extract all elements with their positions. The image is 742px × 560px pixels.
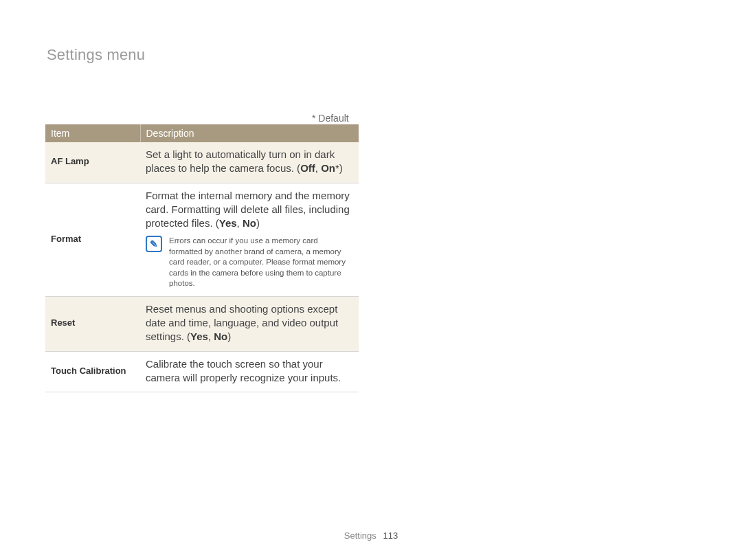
settings-table: Item Description AF Lamp Set a light to … [45, 124, 359, 392]
note-icon: ✎ [146, 236, 162, 252]
table-row: AF Lamp Set a light to automatically tur… [45, 142, 359, 183]
desc-text: Calibrate the touch screen so that your … [146, 358, 341, 383]
item-description: Set a light to automatically turn on in … [140, 142, 359, 183]
option-no: No [243, 217, 256, 229]
item-label: Format [45, 183, 140, 296]
info-note: ✎ Errors can occur if you use a memory c… [146, 236, 352, 289]
option-on: On [321, 162, 335, 174]
option-sep: , [208, 331, 214, 342]
item-label: Touch Calibration [45, 351, 140, 392]
option-off: Off [300, 162, 315, 174]
item-description: Format the internal memory and the memor… [140, 183, 359, 296]
header-description: Description [140, 124, 359, 142]
option-yes: Yes [219, 217, 237, 229]
item-label: AF Lamp [45, 142, 140, 183]
table-row: Format Format the internal memory and th… [45, 183, 359, 296]
table-row: Touch Calibration Calibrate the touch sc… [45, 351, 359, 392]
option-sep: , [315, 162, 321, 174]
desc-tail: ) [227, 331, 231, 342]
table-header-row: Item Description [45, 124, 359, 142]
default-annotation: * Default [312, 113, 349, 124]
desc-tail: ) [256, 217, 260, 229]
desc-text: Reset menus and shooting options except … [146, 303, 338, 343]
desc-tail: ) [339, 162, 343, 174]
options: Yes, No [219, 217, 256, 229]
item-label: Reset [45, 296, 140, 351]
table-row: Reset Reset menus and shooting options e… [45, 296, 359, 351]
header-item: Item [45, 124, 140, 142]
options: Off, On* [300, 162, 339, 174]
option-no: No [214, 331, 227, 342]
page-footer: Settings 113 [0, 530, 742, 541]
note-text: Errors can occur if you use a memory car… [169, 236, 352, 289]
page-title: Settings menu [47, 46, 145, 64]
footer-page-number: 113 [383, 530, 398, 541]
item-description: Calibrate the touch screen so that your … [140, 351, 359, 392]
item-description: Reset menus and shooting options except … [140, 296, 359, 351]
option-sep: , [237, 217, 243, 229]
options: Yes, No [190, 331, 227, 342]
option-yes: Yes [190, 331, 208, 342]
footer-section: Settings [344, 530, 376, 541]
